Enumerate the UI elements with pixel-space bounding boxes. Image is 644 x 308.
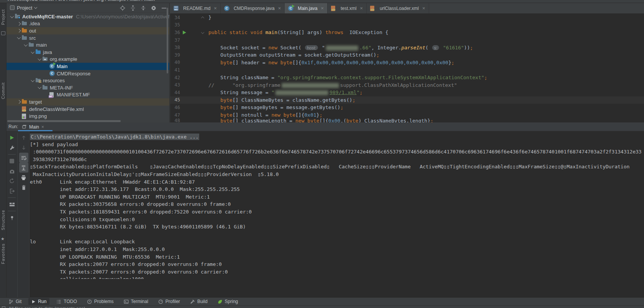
redacted-blur — [326, 46, 358, 51]
close-icon[interactable]: × — [278, 7, 281, 10]
editor-tab-test-xml[interactable]: </>test.xml× — [328, 3, 367, 13]
close-icon[interactable]: × — [214, 7, 217, 10]
chevron-right-icon[interactable] — [16, 23, 22, 25]
close-icon[interactable]: × — [422, 7, 425, 10]
tree-item-cmdresponse[interactable]: CCMDResponse — [7, 70, 169, 77]
close-icon[interactable]: × — [360, 7, 363, 10]
code-line-48[interactable]: 48 byte[] classNameLength = new byte[]{0… — [170, 119, 644, 122]
scrollend-icon[interactable] — [19, 163, 28, 173]
tree-item-main[interactable]: CMain — [7, 63, 169, 70]
tree-item-path: C:\Users\Anonymous\Desktop\java\ActiveMq… — [76, 14, 169, 20]
chevron-down-icon[interactable] — [16, 37, 22, 39]
class-icon: C — [224, 6, 231, 11]
clear-icon[interactable] — [19, 183, 28, 192]
folder-icon[interactable] — [1, 31, 5, 35]
code-line-45[interactable]: 45 byte[] ClassNameBytes = className.get… — [170, 96, 644, 104]
tool-window-button-profiler[interactable]: Profiler — [155, 298, 183, 305]
code-line-43[interactable]: 43// "org.springframesupport.ClassPathXm… — [170, 81, 644, 89]
tree-item-java[interactable]: java — [7, 49, 169, 56]
tree-item-activemqrce-master[interactable]: ActiveMqRCE-masterC:\Users\Anonymous\Des… — [7, 13, 169, 20]
settings-icon[interactable] — [151, 5, 157, 11]
url-link[interactable]: 989/1.xml — [329, 90, 356, 95]
tool-window-button-todo[interactable]: TODO — [53, 298, 80, 305]
tree-item-img-png[interactable]: img.png — [7, 112, 169, 119]
project-panel-title[interactable]: Project — [17, 5, 32, 11]
project-tree-vertical-scrollbar[interactable] — [167, 8, 168, 73]
chevron-right-icon[interactable] — [16, 29, 22, 32]
tree-item--idea[interactable]: .idea — [7, 20, 169, 28]
collapse-all-icon[interactable] — [140, 5, 146, 11]
editor-tab-cmdresponse-java[interactable]: CCMDResponse.java× — [221, 3, 285, 13]
project-tree-horizontal-scrollbar[interactable] — [7, 120, 121, 122]
tree-item-target[interactable]: target — [7, 98, 169, 106]
redacted-blur — [282, 83, 339, 88]
tool-button-favorites[interactable]: Favorites — [1, 243, 5, 264]
parameter-hint: s: — [432, 45, 439, 50]
tree-item-out[interactable]: out — [7, 27, 169, 34]
tool-button-project[interactable]: Project — [1, 9, 5, 25]
expand-all-icon[interactable] — [130, 5, 136, 11]
tree-item-label: target — [29, 99, 42, 105]
tree-item-defineclasswritefile-xml[interactable]: </>defineClassWriteFile.xml — [7, 106, 169, 113]
tree-item-org-example[interactable]: org.example — [7, 56, 169, 63]
tree-item-manifest-mf[interactable]: MFMANIFEST.MF — [7, 91, 169, 99]
locate-icon[interactable] — [120, 5, 126, 11]
tool-window-button-terminal[interactable]: Terminal — [121, 298, 151, 305]
code-line-41[interactable]: 41 — [170, 66, 644, 74]
breadcrumb[interactable]: ActiveMqRCE-master / src / main / java /… — [0, 0, 644, 3]
chevron-right-icon[interactable] — [16, 101, 22, 103]
code-line-46[interactable]: 46 byte[] messageBytes = message.getByte… — [170, 104, 644, 111]
editor-tab-main-java[interactable]: CMain.java× — [285, 3, 328, 13]
chevron-down-icon[interactable] — [34, 5, 37, 8]
code-line-38[interactable]: 38 Socket socket = new Socket( host: ".6… — [170, 44, 644, 51]
softwrap-icon[interactable] — [19, 153, 28, 163]
hide-icon[interactable] — [161, 5, 167, 11]
layout-icon[interactable] — [7, 199, 16, 209]
tool-button-structure[interactable]: Structure — [1, 210, 5, 230]
editor-tab-urlclassloader-xml[interactable]: </>urlClassLoader.xml× — [367, 3, 429, 13]
code-line-34[interactable]: 34} — [170, 14, 644, 21]
exit-icon[interactable] — [7, 186, 16, 196]
tool-window-button-spring[interactable]: Spring — [215, 298, 241, 305]
tool-window-button-problems[interactable]: Problems — [84, 298, 117, 305]
tree-item-resources[interactable]: resources — [7, 77, 169, 84]
editor-tab-readme-md[interactable]: MDREADME.md× — [170, 3, 221, 13]
close-icon[interactable]: × — [41, 124, 44, 130]
close-icon[interactable]: × — [321, 7, 324, 10]
tree-item-src[interactable]: src — [7, 34, 169, 42]
code-line-44[interactable]: 44 String message = "989/1.xml"; — [170, 89, 644, 96]
down-icon[interactable] — [19, 143, 28, 153]
tool-window-button-build[interactable]: Build — [187, 298, 211, 305]
pin-icon[interactable] — [7, 213, 16, 223]
code-line-36[interactable]: 36public static void main(String[] args)… — [170, 29, 644, 36]
code-line-35[interactable]: 35 — [170, 21, 644, 29]
tool-window-button-git[interactable]: Git — [5, 298, 25, 305]
tree-item-main[interactable]: main — [7, 41, 169, 49]
chevron-down-icon[interactable] — [37, 59, 43, 60]
chevron-down-icon[interactable] — [23, 44, 29, 46]
stop-icon[interactable] — [7, 156, 16, 166]
restart-icon[interactable] — [7, 176, 16, 186]
run-console[interactable]: C:\Penetration\ProgramTools\Java\jdk1.8\… — [30, 131, 644, 297]
code-line-47[interactable]: 47 byte[] notnull = new byte[]{0x01}; — [170, 111, 644, 119]
rerun-icon[interactable] — [7, 133, 16, 143]
chevron-down-icon[interactable] — [30, 80, 36, 81]
chevron-down-icon[interactable] — [37, 87, 43, 88]
code-line-39[interactable]: 39 OutputStream outputStream = socket.ge… — [170, 51, 644, 59]
code-line-42[interactable]: 42 String className = "org.springframewo… — [170, 74, 644, 81]
tool-window-switcher-icon[interactable] — [2, 306, 5, 308]
chevron-down-icon[interactable] — [30, 52, 36, 53]
tool-button-commit[interactable]: Commit — [1, 82, 5, 99]
tool-window-button-run[interactable]: Run — [28, 298, 49, 305]
camera-icon[interactable] — [7, 166, 16, 176]
tree-item-label: resources — [43, 78, 65, 83]
print-icon[interactable] — [19, 173, 28, 183]
run-line-icon[interactable] — [180, 31, 188, 34]
settings-icon[interactable] — [7, 143, 16, 153]
chevron-down-icon[interactable] — [9, 16, 15, 18]
up-icon[interactable] — [19, 133, 28, 143]
code-area[interactable]: 34}3536public static void main(String[] … — [170, 14, 644, 122]
code-line-40[interactable]: 40 byte[] header = new byte[]{0x1f,0x00,… — [170, 59, 644, 67]
code-line-37[interactable]: 37 — [170, 36, 644, 44]
tree-item-meta-inf[interactable]: META-INF — [7, 84, 169, 91]
